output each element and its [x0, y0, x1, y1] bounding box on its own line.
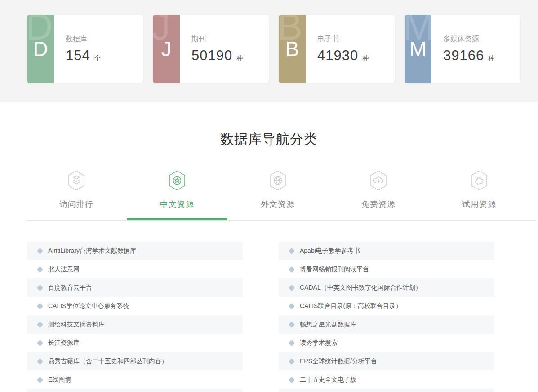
list-item-label: E线图情	[48, 376, 71, 384]
tab-label: 外文资源	[227, 199, 328, 210]
tab-label: 中文资源	[127, 199, 227, 210]
active-tab-underline	[127, 218, 227, 220]
resource-list-left-column: AiritiLibrary台湾学术文献数据库 北大法意网 百度教育云平台 CAL…	[27, 242, 243, 392]
card-unit: 种	[362, 54, 369, 62]
puzzle-hexagon-icon	[429, 170, 529, 191]
list-item-label: 百度教育云平台	[48, 284, 92, 292]
diamond-bullet-icon	[289, 284, 295, 291]
card-value: 50190	[191, 48, 232, 64]
list-item[interactable]: 鼎秀古籍库（含二十五史和四部丛刊内容）	[27, 352, 243, 370]
diamond-bullet-icon	[289, 247, 295, 254]
list-item-label: 二十五史全文电子版	[300, 376, 356, 384]
star-hexagon-icon	[127, 170, 227, 191]
diamond-bullet-icon	[37, 284, 43, 291]
list-item[interactable]: 博看网畅销报刊阅读平台	[279, 260, 494, 278]
diamond-bullet-icon	[289, 376, 295, 383]
diamond-bullet-icon	[289, 358, 295, 364]
diamond-bullet-icon	[37, 321, 43, 327]
resource-list: AiritiLibrary台湾学术文献数据库 北大法意网 百度教育云平台 CAL…	[27, 242, 538, 392]
list-item-label: 博看网畅销报刊阅读平台	[300, 265, 369, 273]
card-label: 数据库	[66, 35, 143, 44]
list-item-partial[interactable]	[279, 389, 494, 392]
tab-label: 试用资源	[429, 199, 529, 210]
list-item[interactable]: CALIS学位论文中心服务系统	[27, 297, 243, 315]
tab-label: 访问排行	[26, 199, 127, 210]
diamond-bullet-icon	[289, 303, 295, 309]
diamond-bullet-icon	[37, 303, 43, 309]
list-item[interactable]: 长江资源库	[27, 334, 243, 352]
stat-card-D: D D 数据库 154 个	[27, 15, 143, 83]
stats-section: D D 数据库 154 个 J J 期刊 50190 种 B B	[0, 0, 538, 102]
list-item[interactable]: Apabi电子教学参考书	[279, 242, 494, 260]
list-item-label: CALIS学位论文中心服务系统	[48, 302, 129, 310]
card-value: 39166	[443, 48, 484, 64]
resource-list-right-column: Apabi电子教学参考书 博看网畅销报刊阅读平台 CADAL（中英文图书数字化国…	[279, 242, 494, 392]
diamond-bullet-icon	[289, 339, 295, 346]
list-item-label: CADAL（中英文图书数字化国际合作计划）	[300, 284, 422, 292]
diamond-bullet-icon	[37, 266, 43, 272]
card-value: 41930	[317, 48, 358, 64]
diamond-bullet-icon	[37, 247, 43, 254]
card-unit: 种	[236, 54, 243, 62]
category-tabs: 访问排行 中文资源 外文资源 免费资源	[26, 170, 529, 220]
diamond-bullet-icon	[289, 266, 295, 272]
diamond-bullet-icon	[37, 339, 43, 346]
tab-foreign-resources[interactable]: 外文资源	[227, 170, 328, 220]
layers-hexagon-icon	[26, 170, 127, 191]
list-item-label: 北大法意网	[48, 265, 80, 273]
page-title: 数据库导航分类	[0, 130, 538, 149]
card-label: 多媒体资源	[443, 35, 520, 44]
tab-label: 免费资源	[328, 199, 429, 210]
tab-chinese-resources[interactable]: 中文资源	[127, 170, 227, 220]
card-letter-block: D D	[27, 15, 54, 83]
tab-free-resources[interactable]: 免费资源	[328, 170, 429, 220]
list-item-label: CALIS联合目录(原：高校联合目录）	[300, 302, 402, 310]
list-item-label: 长江资源库	[48, 339, 80, 347]
list-item[interactable]: AiritiLibrary台湾学术文献数据库	[27, 242, 243, 260]
list-item[interactable]: E线图情	[27, 370, 243, 389]
tabs-divider	[27, 220, 536, 221]
list-item-label: EPS全球统计数据/分析平台	[300, 357, 377, 366]
card-letter-block: B B	[279, 15, 306, 83]
card-info: 多媒体资源 39166 种	[431, 15, 520, 83]
stats-cards: D D 数据库 154 个 J J 期刊 50190 种 B B	[27, 15, 538, 83]
card-label: 电子书	[317, 35, 395, 44]
list-item-label: 畅想之星光盘数据库	[300, 321, 356, 329]
database-nav-section: 数据库导航分类 访问排行 中文资源 外文资	[0, 130, 538, 221]
list-item[interactable]: 测绘科技文摘资料库	[27, 315, 243, 334]
card-letter: D	[27, 39, 54, 59]
list-item[interactable]: 百度教育云平台	[27, 278, 243, 297]
card-letter: B	[279, 39, 306, 59]
stat-card-M: M M 多媒体资源 39166 种	[405, 15, 520, 83]
list-item[interactable]: CALIS联合目录(原：高校联合目录）	[279, 297, 494, 315]
list-item[interactable]: 二十五史全文电子版	[279, 370, 494, 389]
diamond-bullet-icon	[37, 376, 43, 383]
list-item-label: 测绘科技文摘资料库	[48, 321, 105, 329]
list-item[interactable]: 北大法意网	[27, 260, 243, 278]
card-letter: M	[405, 39, 431, 59]
list-item-label: AiritiLibrary台湾学术文献数据库	[48, 247, 136, 255]
tab-trial-resources[interactable]: 试用资源	[429, 170, 529, 220]
diamond-bullet-icon	[37, 358, 43, 364]
list-item-label: Apabi电子教学参考书	[300, 247, 360, 255]
stat-card-J: J J 期刊 50190 种	[153, 15, 269, 83]
list-item[interactable]: 畅想之星光盘数据库	[279, 315, 494, 334]
card-letter-block: M M	[405, 15, 431, 83]
card-info: 数据库 154 个	[54, 15, 143, 83]
cloud-download-hexagon-icon	[328, 170, 429, 191]
card-letter: J	[153, 39, 180, 59]
card-letter-block: J J	[153, 15, 180, 83]
card-label: 期刊	[191, 35, 269, 44]
list-item-label: 读秀学术搜索	[300, 339, 338, 347]
list-item[interactable]: CADAL（中英文图书数字化国际合作计划）	[279, 278, 494, 297]
list-item[interactable]: EPS全球统计数据/分析平台	[279, 352, 494, 370]
diamond-bullet-icon	[289, 321, 295, 327]
tab-access-ranking[interactable]: 访问排行	[26, 170, 127, 220]
list-item[interactable]: 读秀学术搜索	[279, 334, 494, 352]
card-value: 154	[66, 48, 90, 64]
card-unit: 个	[94, 54, 101, 62]
card-unit: 种	[488, 54, 494, 62]
list-item-partial[interactable]	[27, 389, 243, 392]
globe-hexagon-icon	[227, 170, 328, 191]
card-info: 电子书 41930 种	[306, 15, 395, 83]
